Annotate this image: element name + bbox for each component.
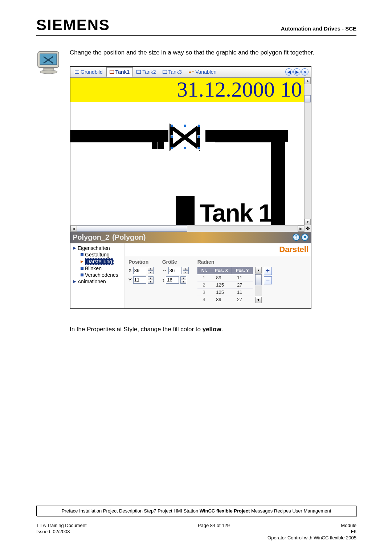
- footer-page-number: Page 84 of 129: [198, 523, 230, 528]
- help-button[interactable]: ?: [293, 234, 300, 241]
- svg-rect-1: [40, 54, 57, 65]
- step-down-icon[interactable]: ▼: [148, 280, 153, 283]
- size-h-input[interactable]: [166, 276, 179, 284]
- tab-tank2[interactable]: Tank2: [134, 68, 159, 76]
- scroll-thumb[interactable]: [305, 95, 311, 102]
- properties-title: Polygon_2: [73, 233, 109, 242]
- position-x-input[interactable]: [133, 267, 146, 274]
- tab-variablen[interactable]: ≒≡Variablen: [185, 68, 220, 76]
- footer-nav: Preface Installation Project Description…: [36, 506, 356, 516]
- close-button[interactable]: ✕: [301, 234, 309, 241]
- selection-handle[interactable]: [184, 124, 187, 127]
- footer-product: Operator Control with WinCC flexible 200…: [268, 535, 356, 540]
- vertical-scrollbar[interactable]: ▲ ▼ ✥: [304, 78, 311, 232]
- tree-root-animationen[interactable]: Animationen: [78, 279, 106, 284]
- svg-rect-9: [185, 196, 195, 225]
- selection-handle[interactable]: [171, 147, 173, 150]
- tree-item-gestaltung[interactable]: Gestaltung: [85, 252, 110, 258]
- instruction-bottom: In the Properties at Style, change the f…: [70, 326, 356, 333]
- step-down-icon[interactable]: ▼: [148, 271, 153, 274]
- table-row[interactable]: 312511: [197, 288, 253, 296]
- col-nr: Nr.: [197, 267, 211, 274]
- properties-type: (Polygon): [112, 233, 146, 242]
- tab-grundbild[interactable]: Grundbild: [72, 68, 106, 76]
- svg-marker-7: [171, 127, 198, 147]
- add-point-button[interactable]: +: [264, 267, 272, 275]
- nav-back-button[interactable]: ◀: [285, 68, 293, 76]
- svg-rect-4: [70, 130, 168, 142]
- page-header: SIEMENS Automation and Drives - SCE: [36, 17, 356, 36]
- tree-item-darstellung[interactable]: Darstellung: [85, 258, 114, 265]
- properties-section-heading: Darstell: [125, 243, 311, 256]
- stepper-buttons[interactable]: ▲▼: [148, 276, 154, 284]
- footer-module: Module: [341, 523, 356, 528]
- col-posx: Pos. X: [211, 267, 232, 274]
- col-posy: Pos. Y: [232, 267, 253, 274]
- monitor-icon: [36, 49, 63, 75]
- svg-rect-6: [271, 130, 285, 225]
- diagram-canvas[interactable]: Tank 1: [70, 102, 304, 225]
- tab-tank3[interactable]: Tank3: [160, 68, 185, 76]
- nav-forward-button[interactable]: ▶: [293, 68, 301, 76]
- position-label: Position: [128, 259, 154, 265]
- step-up-icon[interactable]: ▲: [181, 277, 186, 280]
- height-icon: ↕: [162, 277, 165, 283]
- scroll-right-icon[interactable]: ▶: [298, 226, 304, 232]
- stepper-buttons[interactable]: ▲▼: [148, 267, 154, 274]
- x-label: X: [128, 268, 132, 273]
- table-row[interactable]: 18911: [197, 274, 253, 281]
- horizontal-scrollbar[interactable]: ◀ ▶: [70, 225, 304, 232]
- tab-label: Tank3: [168, 69, 182, 75]
- siemens-logo: SIEMENS: [36, 17, 110, 33]
- move-icon: ✥: [305, 225, 311, 232]
- size-label: Größe: [162, 259, 189, 265]
- selection-handle[interactable]: [197, 147, 200, 150]
- position-y-input[interactable]: [133, 276, 146, 284]
- size-w-input[interactable]: [168, 267, 181, 274]
- svg-rect-8: [176, 196, 185, 225]
- step-down-icon[interactable]: ▼: [181, 280, 186, 283]
- tree-root-properties[interactable]: Eigenschaften: [78, 245, 110, 251]
- scroll-left-icon[interactable]: ◀: [70, 226, 77, 232]
- tab-tank1[interactable]: Tank1: [106, 67, 133, 77]
- properties-tree[interactable]: ▶Eigenschaften Gestaltung ▶Darstellung B…: [70, 243, 125, 308]
- width-icon: ↔: [162, 268, 167, 273]
- instruction-top: Change the position and the size in a wa…: [70, 48, 356, 57]
- scroll-down-icon[interactable]: ▼: [255, 297, 262, 303]
- radii-label: Radien: [197, 259, 272, 265]
- selection-handle[interactable]: [197, 135, 200, 138]
- tab-label: Grundbild: [81, 69, 103, 75]
- scroll-down-icon[interactable]: ▼: [305, 219, 311, 225]
- tank-label: Tank 1: [200, 199, 272, 225]
- tab-label: Variablen: [195, 69, 216, 75]
- scroll-thumb[interactable]: [77, 226, 187, 232]
- nav-close-button[interactable]: ✕: [301, 68, 309, 76]
- selection-handle[interactable]: [184, 147, 187, 150]
- selection-handle[interactable]: [197, 124, 200, 127]
- table-row[interactable]: 212527: [197, 281, 253, 288]
- scroll-up-icon[interactable]: ▲: [305, 78, 311, 84]
- scroll-thumb[interactable]: [255, 274, 262, 285]
- step-up-icon[interactable]: ▲: [183, 267, 188, 271]
- stepper-buttons[interactable]: ▲▼: [180, 276, 186, 284]
- scroll-up-icon[interactable]: ▲: [255, 267, 262, 274]
- date-text: 31.12.2000 10: [177, 78, 302, 102]
- footer-doc-title: T I A Training Document: [36, 523, 87, 528]
- step-down-icon[interactable]: ▼: [183, 271, 188, 274]
- radii-table[interactable]: Nr. Pos. X Pos. Y 18911 212527 312511 48…: [197, 267, 253, 303]
- tab-label: Tank1: [115, 69, 130, 75]
- step-up-icon[interactable]: ▲: [148, 267, 153, 271]
- radii-scrollbar[interactable]: ▲ ▼: [255, 267, 262, 303]
- step-up-icon[interactable]: ▲: [148, 277, 153, 280]
- selection-handle[interactable]: [171, 124, 173, 127]
- tree-item-blinken[interactable]: Blinken: [85, 266, 102, 271]
- pipe-diagram: Tank 1: [70, 102, 304, 225]
- stepper-buttons[interactable]: ▲▼: [183, 267, 189, 274]
- polygon-selected[interactable]: [171, 127, 198, 147]
- footer-module-code: F6: [351, 529, 356, 534]
- remove-point-button[interactable]: −: [264, 276, 272, 284]
- tree-item-verschiedenes[interactable]: Verschiedenes: [85, 272, 118, 278]
- selection-handle[interactable]: [171, 135, 173, 138]
- table-row[interactable]: 48927: [197, 296, 253, 303]
- tab-label: Tank2: [142, 69, 156, 75]
